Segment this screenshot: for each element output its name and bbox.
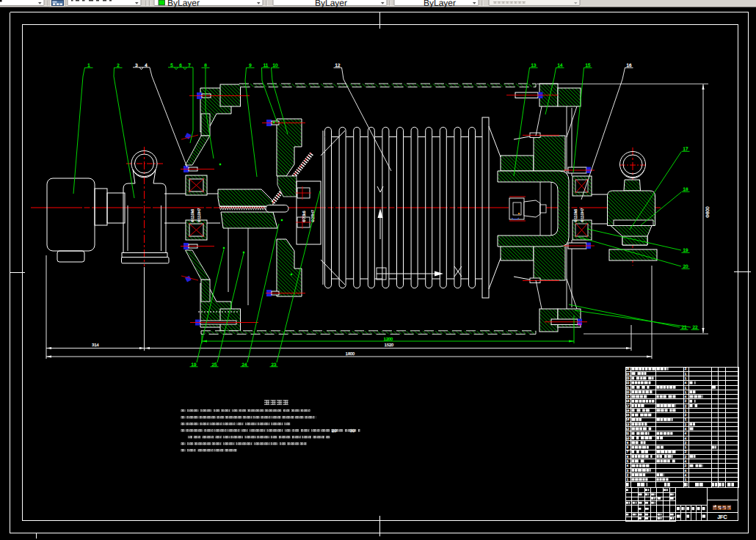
svg-text:1520: 1520 <box>385 343 393 348</box>
svg-text:19: 19 <box>626 395 630 398</box>
svg-text:24: 24 <box>626 372 630 376</box>
svg-text:17: 17 <box>626 404 630 408</box>
svg-text:15: 15 <box>626 413 630 417</box>
svg-text:Φ110H7: Φ110H7 <box>581 208 585 222</box>
svg-text:10: 10 <box>626 437 630 440</box>
svg-text:14: 14 <box>626 417 630 421</box>
svg-text:25: 25 <box>626 367 630 371</box>
svg-text:1200: 1200 <box>384 338 393 342</box>
svg-text:16: 16 <box>626 409 630 412</box>
svg-text:Φ110k6: Φ110k6 <box>574 209 578 222</box>
svg-text:Φ70k6: Φ70k6 <box>302 211 307 222</box>
svg-text:314: 314 <box>92 343 98 348</box>
svg-text:21: 21 <box>626 386 630 390</box>
svg-text:18: 18 <box>626 399 630 403</box>
svg-text:1800: 1800 <box>346 352 355 357</box>
svg-text:23: 23 <box>626 376 630 380</box>
svg-text:12: 12 <box>626 427 630 431</box>
svg-text:JFC: JFC <box>717 514 727 520</box>
svg-text:13: 13 <box>626 423 630 426</box>
svg-text:ByLayer: ByLayer <box>315 0 347 8</box>
svg-text:22: 22 <box>626 381 630 384</box>
svg-text:Φ800: Φ800 <box>705 206 710 218</box>
svg-text:Φ110H7: Φ110H7 <box>197 208 202 222</box>
svg-text:11: 11 <box>626 431 630 435</box>
svg-text:20: 20 <box>626 390 630 394</box>
svg-text:ByLayer: ByLayer <box>167 0 200 8</box>
svg-text:ByLayer: ByLayer <box>424 0 456 8</box>
svg-text:Φ110k6: Φ110k6 <box>191 209 195 222</box>
